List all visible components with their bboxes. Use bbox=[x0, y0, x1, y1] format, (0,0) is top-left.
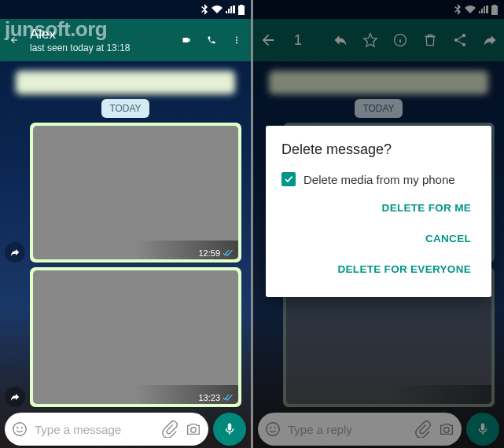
svg-point-3 bbox=[13, 423, 27, 436]
cancel-button[interactable]: CANCEL bbox=[421, 226, 476, 251]
image-attachment[interactable] bbox=[33, 126, 238, 259]
screenshot-right: 1 TODAY 12:59 Type a reply bbox=[251, 0, 504, 448]
emoji-icon[interactable] bbox=[11, 420, 28, 438]
status-bar bbox=[0, 0, 251, 19]
message-time: 12:59 bbox=[198, 248, 234, 258]
delete-media-checkbox-row[interactable]: Delete media from my phone bbox=[281, 172, 476, 186]
message-time: 13:23 bbox=[198, 393, 234, 402]
svg-point-2 bbox=[236, 42, 237, 44]
last-seen: last seen today at 13:18 bbox=[30, 42, 171, 53]
system-message bbox=[16, 71, 235, 94]
more-icon[interactable] bbox=[227, 31, 246, 50]
back-icon[interactable] bbox=[5, 31, 24, 50]
read-ticks-icon bbox=[223, 394, 234, 402]
chat-header[interactable]: Alex last seen today at 13:18 bbox=[0, 19, 251, 61]
image-attachment[interactable] bbox=[33, 270, 238, 404]
call-icon[interactable] bbox=[202, 31, 221, 50]
forward-icon[interactable] bbox=[5, 387, 25, 407]
svg-point-1 bbox=[236, 39, 237, 41]
wifi-icon bbox=[212, 6, 223, 13]
video-call-icon[interactable] bbox=[177, 31, 196, 50]
signal-icon bbox=[226, 6, 235, 13]
chat-area[interactable]: TODAY 12:59 13:23 bbox=[0, 61, 251, 410]
checkbox-label: Delete media from my phone bbox=[304, 173, 455, 186]
dialog-actions: DELETE FOR ME CANCEL DELETE FOR EVERYONE bbox=[281, 196, 476, 281]
svg-point-6 bbox=[191, 428, 196, 432]
delete-for-everyone-button[interactable]: DELETE FOR EVERYONE bbox=[333, 257, 476, 281]
svg-point-4 bbox=[17, 427, 18, 428]
screenshot-left: Alex last seen today at 13:18 TODAY 12:5… bbox=[0, 0, 251, 448]
read-ticks-icon bbox=[223, 249, 234, 257]
input-bar: Type a message bbox=[0, 410, 251, 448]
bluetooth-icon bbox=[200, 4, 208, 15]
mic-button[interactable] bbox=[213, 413, 246, 446]
dialog-title: Delete message? bbox=[281, 141, 476, 158]
day-chip: TODAY bbox=[101, 99, 149, 118]
svg-point-0 bbox=[236, 37, 237, 39]
message-input[interactable]: Type a message bbox=[5, 413, 208, 446]
attach-icon[interactable] bbox=[161, 420, 178, 438]
delete-dialog: Delete message? Delete media from my pho… bbox=[266, 126, 491, 297]
checkbox-checked-icon[interactable] bbox=[281, 172, 296, 186]
forward-icon[interactable] bbox=[5, 242, 25, 263]
message-bubble[interactable]: 12:59 bbox=[30, 123, 241, 263]
svg-point-5 bbox=[21, 427, 23, 428]
battery-icon bbox=[238, 5, 245, 15]
input-placeholder: Type a message bbox=[35, 423, 155, 436]
camera-icon[interactable] bbox=[185, 420, 202, 438]
contact-name: Alex bbox=[30, 27, 171, 42]
message-bubble[interactable]: 13:23 bbox=[30, 267, 241, 407]
delete-for-me-button[interactable]: DELETE FOR ME bbox=[377, 196, 476, 220]
contact-info[interactable]: Alex last seen today at 13:18 bbox=[30, 27, 171, 53]
